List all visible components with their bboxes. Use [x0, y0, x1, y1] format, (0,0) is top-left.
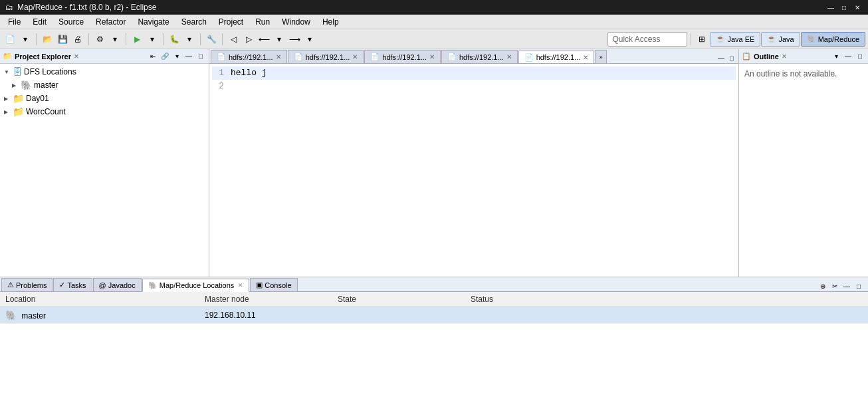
menu-navigate[interactable]: Navigate: [132, 16, 174, 28]
tab-2-close[interactable]: ✕: [429, 53, 435, 61]
editor-tab-2[interactable]: 📄 hdfs://192.1... ✕: [364, 50, 441, 63]
mapreduce-icon: 🐘: [807, 35, 816, 43]
close-explorer-icon: ✕: [74, 53, 79, 60]
menu-window[interactable]: Window: [276, 16, 316, 28]
console-label: Console: [265, 281, 291, 289]
java-ee-perspective[interactable]: ☕ Java EE: [710, 32, 760, 47]
maximize-panel-button[interactable]: □: [195, 51, 206, 62]
close-button[interactable]: ✕: [852, 2, 863, 13]
debug-button[interactable]: 🐛: [167, 32, 181, 47]
build-dropdown[interactable]: ▾: [108, 32, 122, 47]
bottom-tab-tasks[interactable]: ✓ Tasks: [53, 278, 92, 291]
java-ee-label: Java EE: [727, 35, 754, 43]
outline-view-menu[interactable]: ▾: [831, 51, 841, 62]
menu-search[interactable]: Search: [176, 16, 212, 28]
editor-tab-4[interactable]: 📄 hdfs://192.1... ✕: [518, 51, 595, 64]
tab-0-icon: 📄: [217, 53, 226, 61]
menu-project[interactable]: Project: [213, 16, 249, 28]
table-row[interactable]: 🐘 master 192.168.10.11: [0, 307, 868, 324]
nav-back[interactable]: ⟵: [257, 32, 271, 47]
menu-bar: File Edit Source Refactor Navigate Searc…: [0, 15, 868, 29]
tabs-overflow-button[interactable]: »: [595, 50, 607, 63]
project-tree: ▼ 🗄 DFS Locations ▶ 🐘 master ▶ 📁 Day01: [0, 64, 209, 277]
title-bar: 🗂 Map/Reduce - f1.txt (8.0 b, r2) - Ecli…: [0, 0, 868, 15]
tab-0-close[interactable]: ✕: [276, 53, 281, 61]
toolbar-group-nav: ◁ ▷ ⟵ ▾ ⟶ ▾: [226, 32, 317, 47]
build-button[interactable]: ⚙: [92, 32, 107, 47]
outline-maximize[interactable]: □: [855, 51, 865, 62]
tab-3-close[interactable]: ✕: [506, 53, 512, 61]
bottom-panel: ⚠ Problems ✓ Tasks @ Javadoc 🐘 Map/Reduc…: [0, 277, 868, 393]
tab-4-close[interactable]: ✕: [583, 54, 588, 61]
row-elephant-icon: 🐘: [5, 310, 17, 321]
menu-run[interactable]: Run: [250, 16, 275, 28]
bottom-tab-problems[interactable]: ⚠ Problems: [1, 278, 53, 291]
collapse-all-button[interactable]: ⇤: [148, 51, 158, 62]
quick-access-input[interactable]: Quick Access: [607, 32, 687, 47]
tab-1-close[interactable]: ✕: [352, 53, 358, 61]
menu-help[interactable]: Help: [317, 16, 344, 28]
separator-5: [200, 33, 201, 45]
tree-item-master[interactable]: ▶ 🐘 master: [1, 78, 207, 92]
java-perspective[interactable]: ☕ Java: [761, 32, 800, 47]
menu-file[interactable]: File: [3, 16, 26, 28]
view-menu-button[interactable]: ▾: [171, 51, 182, 62]
minimize-button[interactable]: —: [825, 2, 836, 13]
outline-message: An outline is not available.: [744, 69, 837, 78]
remove-location-button[interactable]: ✂: [829, 281, 840, 291]
tree-item-dfs-locations[interactable]: ▼ 🗄 DFS Locations: [1, 65, 207, 78]
tab-3-label: hdfs://192.1...: [459, 53, 504, 61]
toolbar-group-build: ⚙ ▾: [92, 32, 122, 47]
editor-tab-1[interactable]: 📄 hdfs://192.1... ✕: [288, 50, 364, 63]
outline-minimize[interactable]: —: [843, 51, 853, 62]
tree-item-worccount[interactable]: ▶ 📁 WorcCount: [1, 105, 207, 118]
nav-back-dropdown[interactable]: ▾: [272, 32, 286, 47]
tree-item-day01[interactable]: ▶ 📁 Day01: [1, 92, 207, 105]
run-button[interactable]: ▶: [130, 32, 144, 47]
code-line-1: 1 hello j: [212, 66, 736, 80]
editor-content[interactable]: 1 hello j 2: [209, 64, 738, 277]
nav-fwd[interactable]: ⟶: [287, 32, 302, 47]
maximize-button[interactable]: □: [839, 2, 849, 13]
save-button[interactable]: 💾: [55, 32, 70, 47]
col-header-status: Status: [465, 292, 868, 307]
bottom-maximize-button[interactable]: □: [853, 281, 864, 291]
bottom-tab-javadoc[interactable]: @ Javadoc: [93, 278, 142, 291]
editor-tab-0[interactable]: 📄 hdfs://192.1... ✕: [211, 50, 287, 63]
run-dropdown[interactable]: ▾: [145, 32, 160, 47]
mapreduce-perspective[interactable]: 🐘 Map/Reduce: [801, 32, 865, 47]
editor-tabs: 📄 hdfs://192.1... ✕ 📄 hdfs://192.1... ✕ …: [209, 49, 738, 64]
menu-edit[interactable]: Edit: [27, 16, 52, 28]
editor-minimize-button[interactable]: —: [716, 53, 726, 63]
print-button[interactable]: 🖨: [70, 32, 85, 47]
nav-fwd-dropdown[interactable]: ▾: [302, 32, 317, 47]
menu-refactor[interactable]: Refactor: [90, 16, 131, 28]
toolbar-dropdown[interactable]: ▾: [18, 32, 33, 47]
link-editor-button[interactable]: 🔗: [160, 51, 170, 62]
bottom-minimize-button[interactable]: —: [841, 281, 852, 291]
expand-arrow-master: ▶: [12, 82, 19, 88]
content-area: 📁 Project Explorer ✕ ⇤ 🔗 ▾ — □ ▼ 🗄 DFS: [0, 49, 868, 277]
editor-maximize-button[interactable]: □: [726, 53, 737, 63]
col-header-master-node: Master node: [199, 292, 332, 307]
mapreduce-tab-close[interactable]: ✕: [238, 282, 243, 289]
editor-tab-3[interactable]: 📄 hdfs://192.1... ✕: [441, 50, 518, 63]
new-button[interactable]: 📄: [3, 32, 17, 47]
toolbar: 📄 ▾ 📂 💾 🖨 ⚙ ▾ ▶ ▾ 🐛 ▾ 🔧 ◁ ▷ ⟵ ▾ ⟶ ▾ Quic…: [0, 29, 868, 49]
minimize-panel-button[interactable]: —: [183, 51, 194, 62]
open-perspective-button[interactable]: ⊞: [695, 32, 709, 47]
open-button[interactable]: 📂: [40, 32, 54, 47]
menu-source[interactable]: Source: [53, 16, 89, 28]
title-bar-controls: — □ ✕: [825, 2, 863, 13]
worccount-label: WorcCount: [26, 107, 66, 116]
bottom-tab-mapreduce[interactable]: 🐘 Map/Reduce Locations ✕: [142, 279, 250, 292]
external-button[interactable]: 🔧: [204, 32, 219, 47]
outline-header-left: 📋 Outline ✕: [742, 52, 787, 61]
close-outline-icon: ✕: [782, 53, 787, 60]
back-button[interactable]: ◁: [226, 32, 241, 47]
forward-button[interactable]: ▷: [241, 32, 256, 47]
bottom-tab-console[interactable]: ▣ Console: [250, 278, 297, 291]
debug-dropdown[interactable]: ▾: [182, 32, 197, 47]
col-header-location: Location: [0, 292, 199, 307]
add-location-button[interactable]: ⊕: [817, 281, 828, 291]
